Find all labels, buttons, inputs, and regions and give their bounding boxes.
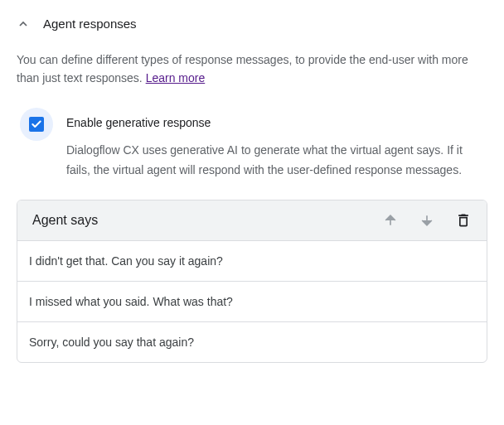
checkbox-checked-icon [29, 117, 44, 132]
move-down-button[interactable] [419, 212, 435, 229]
enable-generative-label: Enable generative response [66, 116, 487, 129]
enable-generative-row: Enable generative response Dialogflow CX… [17, 108, 487, 181]
agent-says-title: Agent says [32, 213, 98, 228]
enable-generative-checkbox[interactable] [20, 108, 53, 141]
enable-generative-description: Dialogflow CX uses generative AI to gene… [66, 141, 487, 181]
response-input[interactable]: I didn't get that. Can you say it again? [17, 241, 487, 282]
section-title: Agent responses [43, 17, 137, 31]
agent-says-box: Agent says I didn't get that. Can [17, 200, 487, 363]
learn-more-link[interactable]: Learn more [146, 71, 206, 85]
move-up-button[interactable] [382, 212, 399, 229]
section-header[interactable]: Agent responses [17, 17, 487, 31]
description-text: You can define different types of respon… [17, 53, 468, 85]
checkbox-content: Enable generative response Dialogflow CX… [66, 108, 487, 181]
chevron-up-icon[interactable] [17, 17, 30, 31]
section-description: You can define different types of respon… [17, 51, 487, 88]
response-input[interactable]: I missed what you said. What was that? [17, 282, 487, 322]
agent-says-header: Agent says [17, 200, 487, 241]
response-input[interactable]: Sorry, could you say that again? [17, 322, 487, 362]
header-icons [382, 212, 472, 229]
delete-button[interactable] [455, 212, 472, 229]
